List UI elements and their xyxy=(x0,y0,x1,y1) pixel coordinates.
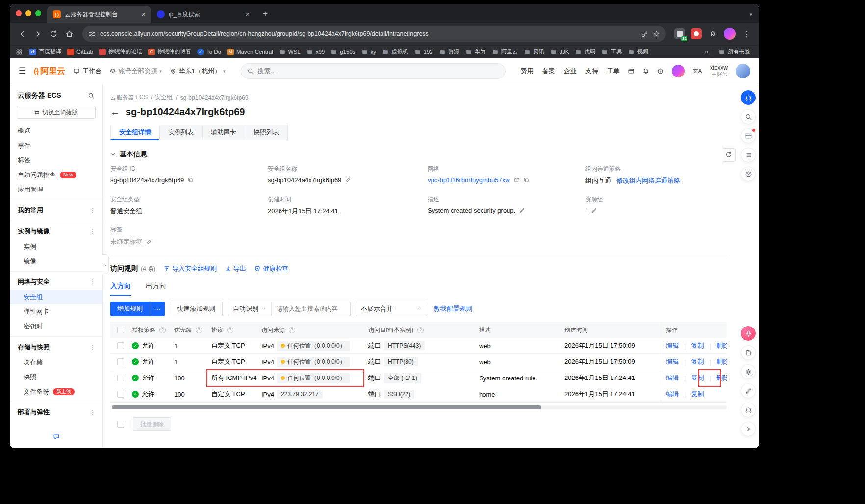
copy-button[interactable] xyxy=(523,177,530,183)
edit-button[interactable] xyxy=(519,207,525,214)
op-copy-link[interactable]: 复制 xyxy=(691,357,704,366)
more-vertical-icon[interactable]: ⋮ xyxy=(90,344,96,351)
tab-outbound[interactable]: 出方向 xyxy=(146,282,166,296)
minimize-window-button[interactable] xyxy=(25,10,31,16)
refresh-button[interactable] xyxy=(722,148,736,162)
console-nav-link[interactable]: 企业 xyxy=(564,67,577,76)
detail-tab[interactable]: 辅助网卡 xyxy=(202,125,245,140)
bookmark-folder[interactable]: x99 xyxy=(304,47,328,57)
more-vertical-icon[interactable]: ⋮ xyxy=(90,207,96,214)
sidebar-item[interactable]: 块存储 xyxy=(10,355,102,370)
tab-inbound[interactable]: 入方向 xyxy=(110,282,131,296)
console-search-input[interactable] xyxy=(258,67,499,75)
browser-profile-avatar[interactable] xyxy=(724,28,736,40)
assistant-button[interactable] xyxy=(741,90,756,105)
back-arrow-icon[interactable]: ← xyxy=(110,107,120,118)
language-switch-icon[interactable]: 文A xyxy=(692,67,702,75)
breadcrumb-ecs[interactable]: 云服务器 ECS xyxy=(110,93,148,101)
edit-button[interactable] xyxy=(146,239,152,245)
back-button[interactable] xyxy=(15,26,29,41)
detail-tab[interactable]: 快照列表 xyxy=(245,125,288,140)
close-window-button[interactable] xyxy=(16,10,22,16)
close-tab-icon[interactable]: × xyxy=(140,10,147,18)
expand-button[interactable] xyxy=(741,422,756,436)
console-nav-link[interactable]: 工单 xyxy=(607,67,620,76)
bookmark-folder[interactable]: ky xyxy=(358,47,380,57)
aliyun-logo[interactable]: (-) 阿里云 xyxy=(34,65,65,76)
row-checkbox[interactable] xyxy=(117,375,124,381)
support-button[interactable] xyxy=(741,403,756,417)
bookmark-folder[interactable]: 阿里云 xyxy=(489,47,521,57)
more-vertical-icon[interactable]: ⋮ xyxy=(90,228,96,235)
voice-service-button[interactable] xyxy=(741,326,756,341)
console-nav-link[interactable]: 备案 xyxy=(542,67,555,76)
zoom-window-button[interactable] xyxy=(35,10,41,16)
breadcrumb-security-group[interactable]: 安全组 xyxy=(155,93,173,101)
sidebar-item[interactable]: 镜像 xyxy=(10,254,102,269)
new-tab-button[interactable]: + xyxy=(259,7,272,20)
console-menu-icon[interactable]: ☰ xyxy=(19,66,26,76)
bookmark-link[interactable]: MMaven Central xyxy=(224,47,276,57)
horizontal-scrollbar[interactable] xyxy=(110,405,727,409)
url-text[interactable]: ecs.console.aliyun.com/securityGroupDeta… xyxy=(100,30,636,37)
copy-button[interactable] xyxy=(187,177,194,183)
reload-button[interactable] xyxy=(46,26,61,41)
scrollbar-thumb[interactable] xyxy=(112,405,541,409)
export-link[interactable]: 导出 xyxy=(225,264,246,273)
merge-display-select[interactable]: 不展示合并 xyxy=(356,302,427,316)
edit-button[interactable] xyxy=(345,177,351,183)
teach-config-link[interactable]: 教我配置规则 xyxy=(434,304,472,313)
op-delete-link[interactable]: 删除 xyxy=(716,374,727,382)
bookmark-folder[interactable]: 代码 xyxy=(572,47,598,57)
notifications-bell-icon[interactable] xyxy=(642,68,649,75)
bookmark-star-icon[interactable] xyxy=(653,30,660,38)
docs-button[interactable] xyxy=(741,148,756,162)
rail-search-button[interactable] xyxy=(741,109,756,124)
help-icon[interactable]: ? xyxy=(289,327,295,333)
sidebar-item[interactable]: 文件备份新上线 xyxy=(10,384,102,399)
add-rule-more-button[interactable]: ⋯ xyxy=(150,302,165,316)
files-button[interactable] xyxy=(741,345,756,360)
sidebar-item[interactable]: 弹性网卡 xyxy=(10,304,102,319)
feedback-edit-button[interactable] xyxy=(741,383,756,398)
account-info[interactable]: xtcxxw 主账号 xyxy=(710,64,728,78)
forward-button[interactable] xyxy=(30,26,45,41)
help-icon[interactable]: ? xyxy=(159,327,166,333)
row-checkbox[interactable] xyxy=(117,342,124,349)
apps-grid-icon[interactable] xyxy=(16,49,23,55)
workbench-link[interactable]: 工作台 xyxy=(73,67,102,76)
sidebar-item[interactable]: 应用管理 xyxy=(10,182,102,197)
site-settings-icon[interactable] xyxy=(88,30,96,38)
bookmark-folder[interactable]: 192 xyxy=(411,47,436,57)
more-vertical-icon[interactable]: ⋮ xyxy=(90,278,96,285)
sidebar-item[interactable]: 标签 xyxy=(10,153,102,168)
bookmark-folder[interactable]: 资源 xyxy=(436,47,462,57)
op-copy-link[interactable]: 复制 xyxy=(691,374,704,382)
user-avatar[interactable] xyxy=(736,64,750,78)
op-delete-link[interactable]: 删除 xyxy=(716,357,727,366)
basic-info-header[interactable]: 基本信息 xyxy=(110,150,759,159)
sidebar-item[interactable]: 实例 xyxy=(10,239,102,254)
more-vertical-icon[interactable]: ⋮ xyxy=(90,409,96,416)
op-edit-link[interactable]: 编辑 xyxy=(666,357,679,366)
op-copy-link[interactable]: 复制 xyxy=(691,341,704,350)
close-tab-icon[interactable]: × xyxy=(244,10,251,18)
op-copy-link[interactable]: 复制 xyxy=(691,390,704,399)
help-icon[interactable]: ? xyxy=(196,327,202,333)
settings-button[interactable] xyxy=(741,364,756,379)
detail-tab[interactable]: 实例列表 xyxy=(159,125,203,140)
op-edit-link[interactable]: 编辑 xyxy=(666,341,679,350)
sidebar-item[interactable]: 快照 xyxy=(10,370,102,384)
tab-baidu[interactable]: ip_百度搜索 × xyxy=(151,6,255,23)
edit-button[interactable] xyxy=(591,207,597,214)
all-bookmarks-button[interactable]: 所有书签 xyxy=(715,47,753,57)
batch-delete-button[interactable]: 批量删除 xyxy=(133,417,171,431)
modify-connectivity-link[interactable]: 修改组内网络连通策略 xyxy=(616,176,680,185)
bookmark-folder[interactable]: 虚拟机 xyxy=(379,47,411,57)
bookmark-link[interactable]: 译百度翻译 xyxy=(26,47,64,57)
bookmark-link[interactable]: ✓To Do xyxy=(194,47,224,57)
external-button[interactable] xyxy=(513,177,520,183)
add-rule-button[interactable]: 增加规则 xyxy=(110,302,150,316)
icp-card-icon[interactable] xyxy=(628,68,635,75)
bookmark-folder[interactable]: JJK xyxy=(547,47,572,57)
